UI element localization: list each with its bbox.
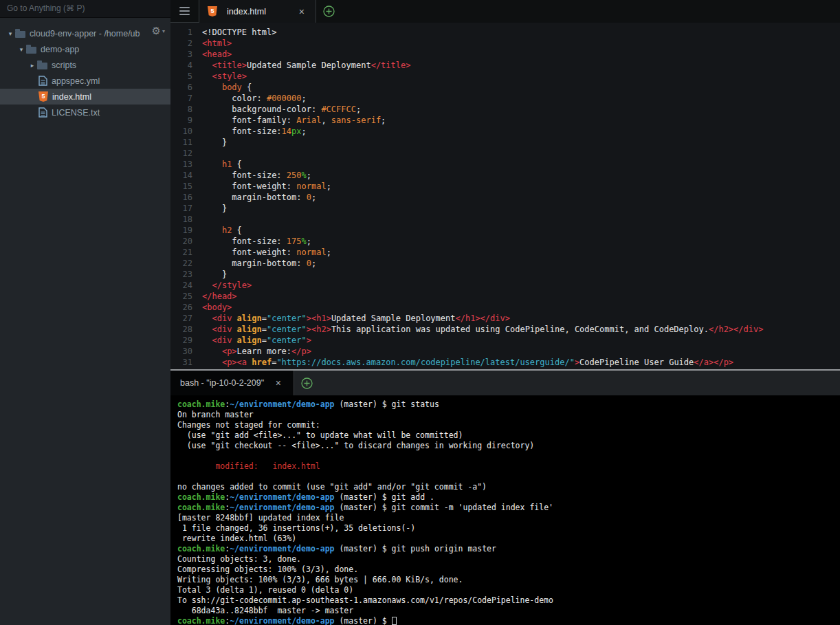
code-text: <p><a href="https://docs.aws.amazon.com/… — [202, 357, 733, 368]
folder-icon — [37, 63, 47, 69]
code-line[interactable]: 30 <p>Learn more:</p> — [170, 346, 840, 357]
line-number: 22 — [170, 258, 202, 269]
line-number: 17 — [170, 203, 202, 214]
terminal-line — [177, 472, 840, 482]
tree-item-appspec-yml[interactable]: appspec.yml — [0, 73, 170, 89]
close-icon[interactable]: × — [296, 6, 307, 18]
code-text: font-size: 250%; — [202, 170, 311, 181]
code-line[interactable]: 9 font-family: Arial, sans-serif; — [170, 115, 840, 126]
code-text: color: #000000; — [202, 93, 307, 104]
code-text: <div align="center"><h1>Updated Sample D… — [202, 313, 510, 324]
line-number: 30 — [170, 346, 202, 357]
code-text: <body> — [202, 302, 232, 313]
code-text: background-color: #CCFFCC; — [202, 104, 361, 115]
code-line[interactable]: 31 <p><a href="https://docs.aws.amazon.c… — [170, 357, 840, 368]
code-line[interactable]: 12 — [170, 148, 840, 159]
document-icon — [38, 107, 47, 118]
code-text: <!DOCTYPE html> — [202, 27, 276, 38]
code-line[interactable]: 22 margin-bottom: 0; — [170, 258, 840, 269]
code-line[interactable]: 24 </style> — [170, 280, 840, 291]
tree-item-license-txt[interactable]: LICENSE.txt — [0, 105, 170, 120]
tree-item-index-html[interactable]: 5index.html — [0, 89, 170, 105]
code-line[interactable]: 7 color: #000000; — [170, 93, 840, 104]
line-number: 19 — [170, 225, 202, 236]
terminal-line: coach.mike:~/environment/demo-app (maste… — [177, 616, 840, 625]
code-line[interactable]: 27 <div align="center"><h1>Updated Sampl… — [170, 313, 840, 324]
line-number: 27 — [170, 313, 202, 324]
code-line[interactable]: 8 background-color: #CCFFCC; — [170, 104, 840, 115]
code-line[interactable]: 23 } — [170, 269, 840, 280]
code-text: <head> — [202, 49, 232, 60]
terminal-output[interactable]: coach.mike:~/environment/demo-app (maste… — [170, 395, 840, 625]
code-text: font-weight: normal; — [202, 247, 331, 258]
terminal-line — [177, 451, 840, 461]
plus-circle-icon — [301, 377, 313, 389]
terminal-line: Changes not staged for commit: — [177, 420, 840, 430]
editor-tabbar: 5 index.html × — [170, 0, 840, 23]
line-number: 16 — [170, 192, 202, 203]
tree-item-cloud9-env-apper-home-ub[interactable]: ▾cloud9-env-apper - /home/ub — [0, 25, 170, 41]
code-line[interactable]: 29 <div align="center"> — [170, 335, 840, 346]
chevron-down-icon[interactable]: ▾ — [5, 30, 15, 37]
code-line[interactable]: 5 <style> — [170, 71, 840, 82]
line-number: 18 — [170, 214, 202, 225]
code-line[interactable]: 2<html> — [170, 38, 840, 49]
code-text: margin-bottom: 0; — [202, 258, 316, 269]
tree-item-label: LICENSE.txt — [52, 108, 100, 118]
code-line[interactable]: 6 body { — [170, 82, 840, 93]
code-text: } — [202, 269, 227, 280]
tree-item-label: appspec.yml — [52, 76, 100, 86]
code-line[interactable]: 1<!DOCTYPE html> — [170, 27, 840, 38]
code-line[interactable]: 21 font-weight: normal; — [170, 247, 840, 258]
line-number: 7 — [170, 93, 202, 104]
code-line[interactable]: 28 <div align="center"><h2>This applicat… — [170, 324, 840, 335]
code-line[interactable]: 26<body> — [170, 302, 840, 313]
tree-item-demo-app[interactable]: ▾demo-app — [0, 41, 170, 57]
terminal-line: coach.mike:~/environment/demo-app (maste… — [177, 503, 840, 513]
line-number: 9 — [170, 115, 202, 126]
code-text: body { — [202, 82, 252, 93]
tree-item-scripts[interactable]: ▸scripts — [0, 57, 170, 73]
code-line[interactable]: 19 h2 { — [170, 225, 840, 236]
folder-icon — [26, 47, 36, 54]
terminal-line: (use "git add <file>..." to update what … — [177, 430, 840, 441]
code-text: font-size: 175%; — [202, 236, 311, 247]
tree-settings-button[interactable]: ⚙ ▾ — [152, 25, 165, 37]
folder-icon — [15, 31, 25, 38]
code-editor-surface[interactable]: 1<!DOCTYPE html>2<html>3<head>4 <title>U… — [170, 23, 840, 369]
pane-splitter-handle[interactable] — [170, 369, 840, 371]
chevron-right-icon[interactable]: ▸ — [27, 62, 37, 69]
code-line[interactable]: 15 font-weight: normal; — [170, 181, 840, 192]
line-number: 11 — [170, 137, 202, 148]
terminal-line: Writing objects: 100% (3/3), 666 bytes |… — [177, 575, 840, 585]
terminal-tab-label: bash - "ip-10-0-2-209" — [180, 378, 264, 388]
code-line[interactable]: 16 margin-bottom: 0; — [170, 192, 840, 203]
close-icon[interactable]: × — [273, 377, 284, 389]
code-line[interactable]: 17 } — [170, 203, 840, 214]
code-line[interactable]: 10 font-size:14px; — [170, 126, 840, 137]
new-editor-tab-button[interactable] — [316, 0, 341, 23]
terminal-line: Total 3 (delta 1), reused 0 (delta 0) — [177, 585, 840, 595]
code-line[interactable]: 3<head> — [170, 49, 840, 60]
new-terminal-tab-button[interactable] — [294, 371, 319, 395]
goto-anything-input[interactable]: Go to Anything (⌘ P) — [0, 0, 170, 18]
code-line[interactable]: 4 <title>Updated Sample Deployment</titl… — [170, 60, 840, 71]
hamburger-icon — [179, 7, 190, 8]
code-line[interactable]: 25</head> — [170, 291, 840, 302]
code-line[interactable]: 18 — [170, 214, 840, 225]
editor-pane: 5 index.html × 1<!DOCTYPE html>2<html>3<… — [170, 0, 840, 369]
line-number: 25 — [170, 291, 202, 302]
chevron-down-icon[interactable]: ▾ — [16, 46, 26, 53]
code-line[interactable]: 13 h1 { — [170, 159, 840, 170]
code-text: font-family: Arial, sans-serif; — [202, 115, 386, 126]
line-number: 1 — [170, 27, 202, 38]
code-line[interactable]: 14 font-size: 250%; — [170, 170, 840, 181]
line-number: 21 — [170, 247, 202, 258]
terminal-line: modified: index.html — [177, 461, 840, 472]
code-text: <html> — [202, 38, 232, 49]
code-line[interactable]: 11 } — [170, 137, 840, 148]
tab-index-html[interactable]: 5 index.html × — [199, 0, 316, 23]
tab-bash-terminal[interactable]: bash - "ip-10-0-2-209" × — [170, 371, 294, 395]
code-line[interactable]: 20 font-size: 175%; — [170, 236, 840, 247]
editor-menu-button[interactable] — [170, 0, 199, 23]
